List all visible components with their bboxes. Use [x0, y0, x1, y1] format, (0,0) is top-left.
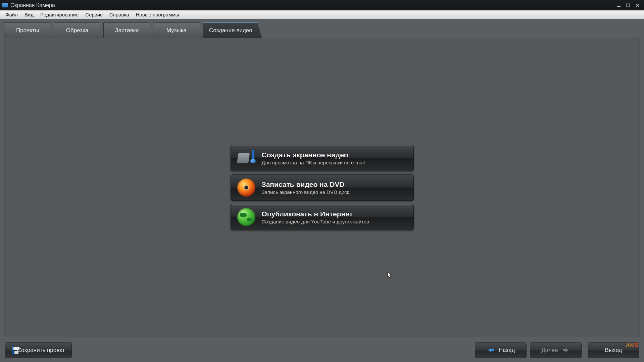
menu-edit[interactable]: Редактирование [37, 11, 82, 18]
button-label: Сохранить проект [17, 347, 65, 354]
button-label: Далее [541, 347, 558, 354]
svg-rect-2 [491, 349, 494, 351]
arrow-left-icon [487, 347, 495, 354]
tab-label: Музыка [166, 27, 187, 34]
window-title: Экранная Камера [11, 2, 55, 8]
app-window: Экранная Камера Файл Вид Редактирование … [0, 0, 644, 362]
bottom-bar: Сохранить проект Назад Далее Выход [0, 339, 644, 362]
arrow-right-icon [561, 347, 570, 354]
branding-label: AMS [626, 342, 639, 348]
menu-tools[interactable]: Сервис [82, 11, 106, 18]
tab-trim[interactable]: Обрезка [54, 22, 104, 38]
tab-create-video[interactable]: Создание видео [203, 22, 262, 38]
dvd-icon [237, 178, 256, 197]
option-burn-dvd[interactable]: Записать видео на DVD Запись экранного в… [231, 174, 414, 201]
film-note-icon [237, 149, 256, 167]
menubar: Файл Вид Редактирование Сервис Справка Н… [0, 10, 644, 19]
menu-file[interactable]: Файл [2, 11, 21, 18]
option-subtitle: Запись экранного видео на DVD диск [262, 189, 349, 195]
content-area: Создать экранное видео Для просмотра на … [4, 38, 640, 337]
menu-new-programs[interactable]: Новые программы [133, 11, 183, 18]
minimize-button[interactable] [614, 2, 623, 9]
close-button[interactable] [633, 2, 642, 9]
maximize-button[interactable] [624, 2, 633, 9]
globe-icon [237, 208, 256, 226]
tab-titles[interactable]: Заставки [103, 22, 154, 38]
tab-projects[interactable]: Проекты [4, 22, 54, 38]
menu-view[interactable]: Вид [21, 11, 37, 18]
svg-rect-0 [617, 6, 621, 7]
tab-music[interactable]: Музыка [153, 22, 203, 38]
option-create-screen-video[interactable]: Создать экранное видео Для просмотра на … [231, 145, 414, 171]
option-subtitle: Создание видео для YouTube и других сайт… [262, 219, 369, 224]
tabstrip: Проекты Обрезка Заставки Музыка Создание… [0, 19, 644, 38]
tab-label: Создание видео [209, 27, 252, 34]
menu-help[interactable]: Справка [106, 11, 133, 18]
next-button: Далее [530, 342, 582, 358]
option-title: Создать экранное видео [262, 151, 365, 159]
back-button[interactable]: Назад [475, 342, 527, 358]
titlebar[interactable]: Экранная Камера [0, 0, 644, 10]
export-options: Создать экранное видео Для просмотра на … [231, 145, 414, 230]
app-icon [2, 3, 8, 8]
button-label: Выход [605, 347, 622, 354]
button-label: Назад [499, 347, 515, 354]
tab-label: Обрезка [66, 27, 89, 34]
option-publish-internet[interactable]: Опубликовать в Интернет Создание видео д… [231, 204, 414, 230]
option-title: Записать видео на DVD [262, 180, 349, 189]
tab-label: Заставки [115, 27, 139, 34]
option-title: Опубликовать в Интернет [262, 210, 369, 218]
save-project-button[interactable]: Сохранить проект [5, 342, 72, 358]
save-icon [12, 346, 14, 355]
option-subtitle: Для просмотра на ПК и пересылки по e-mai… [262, 160, 365, 165]
svg-rect-1 [627, 4, 630, 7]
tab-label: Проекты [16, 27, 39, 34]
